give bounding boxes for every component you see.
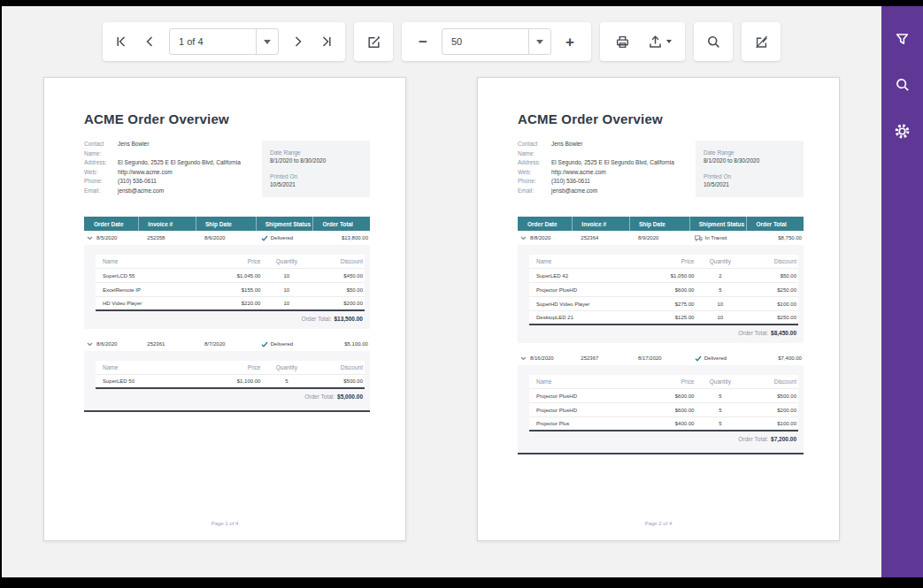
zoom-value[interactable]: 50 [442,29,528,54]
order-total-label: Order Total: [738,330,768,336]
item-discount: $250.00 [744,315,798,320]
check-icon [261,235,268,241]
gear-icon [894,123,911,140]
order-total-label: Order Total: [304,393,335,400]
item-quantity: 5 [696,408,744,413]
search-panel-button[interactable] [893,75,912,95]
page-number-input[interactable]: 1 of 4 [169,28,279,55]
item-row: Projector PlusHD $600.00 5 $250.00 [529,283,798,297]
export-dropdown-button[interactable] [639,22,680,61]
page-number-value[interactable]: 1 of 4 [170,29,256,54]
item-discount: $250.00 [744,287,798,293]
item-quantity: 5 [696,421,744,426]
edit-document-button[interactable] [354,22,393,61]
zoom-in-button[interactable]: + [556,22,584,61]
item-name: ExcelRemote IP [96,287,198,293]
order-total-value: $8,450.00 [771,330,796,336]
contact-value: El Segundo, 2525 E El Segundo Blvd, Cali… [118,158,241,168]
ship-date: 8/9/2020 [629,235,689,241]
order-row[interactable]: 8/16/2020 252367 8/17/2020 Delivered $7,… [518,351,804,365]
chevron-left-icon [143,34,158,49]
search-button[interactable] [694,22,733,61]
zoom-out-button[interactable]: − [409,22,437,61]
search-icon [706,34,721,50]
contact-label: Address: [518,158,551,168]
highlight-fields-group [742,22,781,61]
item-discount: $500.00 [744,393,798,399]
first-page-button[interactable] [108,22,136,61]
item-discount: $100.00 [744,421,798,426]
column-header: Order Total [312,217,370,231]
contact-label: Web: [518,168,551,178]
item-quantity: 5 [262,378,311,384]
invoice-number: 252367 [572,355,629,361]
item-column-header: Discount [311,364,365,370]
item-price: $275.00 [632,302,696,307]
print-button[interactable] [605,22,639,61]
order-row[interactable]: 8/6/2020 252361 8/7/2020 Delivered $5,10… [84,337,370,351]
printed-on-value: 10/5/2021 [270,180,362,188]
order-total-label: Order Total: [302,316,332,322]
search-icon [895,77,911,93]
collapse-chevron-icon[interactable] [520,236,527,241]
item-discount: $450.00 [311,273,365,279]
filter-panel-button[interactable] [893,29,912,49]
previous-page-button[interactable] [136,22,165,61]
order-date: 8/16/2020 [530,355,554,361]
viewer-surface: 1 of 4 − 50 + [2,6,881,577]
item-price: $400.00 [632,421,696,426]
last-page-button[interactable] [312,22,340,61]
item-row: Projector PlusHD $600.00 5 $500.00 [529,389,798,403]
truck-icon [695,235,703,241]
collapse-chevron-icon[interactable] [520,356,527,361]
settings-panel-button[interactable] [893,121,912,141]
date-range-label: Date Range [704,149,796,157]
item-row: DesktopLED 21 $125.00 10 $250.00 [529,311,798,325]
zoom-input[interactable]: 50 [442,28,551,55]
item-column-header: Name [529,258,632,264]
collapse-chevron-icon[interactable] [87,236,93,241]
item-column-header: Price [632,258,696,264]
ship-date: 8/6/2020 [196,235,256,241]
page-number-dropdown-button[interactable] [256,29,278,54]
invoice-number: 252364 [572,235,629,241]
order-total-row: Order Total:$13,500.00 [96,311,365,322]
zoom-group: − 50 + [402,22,591,61]
collapse-chevron-icon[interactable] [87,342,93,347]
order-row[interactable]: 8/8/2020 252364 8/9/2020 In Transit $8,7… [518,231,804,245]
order-total-value: $13,500.00 [334,316,363,322]
next-page-button[interactable] [283,22,312,61]
item-column-header: Discount [744,258,798,264]
right-sidebar [881,6,923,577]
printed-on-label: Printed On [704,172,796,180]
chevron-down-icon [536,40,543,44]
items-header: Name Price Quantity Discount [96,361,365,375]
item-price: $220.00 [198,301,263,306]
item-discount: $100.00 [744,302,798,307]
zoom-dropdown-button[interactable] [528,29,550,54]
report-page-2[interactable]: ACME Order Overview Contact Name:Jens Bo… [477,77,840,541]
shipment-status: Delivered [271,341,293,347]
highlight-editing-fields-button[interactable] [742,22,781,61]
item-column-header: Name [96,364,198,370]
report-page-1[interactable]: ACME Order Overview Contact Name:Jens Bo… [43,77,406,541]
order-total-value: $5,000.00 [337,393,363,400]
contact-value: (310) 536-0611 [551,177,590,187]
order-total-row: Order Total:$7,200.00 [529,431,798,442]
item-column-header: Price [198,364,263,370]
item-price: $600.00 [632,287,696,293]
contact-label: Contact Name: [84,140,118,158]
contact-label: Email: [84,187,118,196]
ship-date: 8/7/2020 [196,341,256,347]
order-total: $8,750.00 [746,235,804,241]
invoice-number: 252361 [138,341,196,347]
order-date: 8/8/2020 [530,235,550,241]
item-name: DesktopLED 21 [529,315,632,320]
item-column-header: Name [529,378,632,385]
item-price: $600.00 [632,408,696,413]
contact-value: El Segundo, 2525 E El Segundo Blvd, Cali… [551,158,674,168]
page-navigation-group: 1 of 4 [103,22,345,61]
printed-on-value: 10/5/2021 [704,180,796,188]
orders-table-header: Order Date Invoice # Ship Date Shipment … [518,217,804,231]
order-row[interactable]: 8/5/2020 252358 8/6/2020 Delivered $13,8… [84,231,370,245]
